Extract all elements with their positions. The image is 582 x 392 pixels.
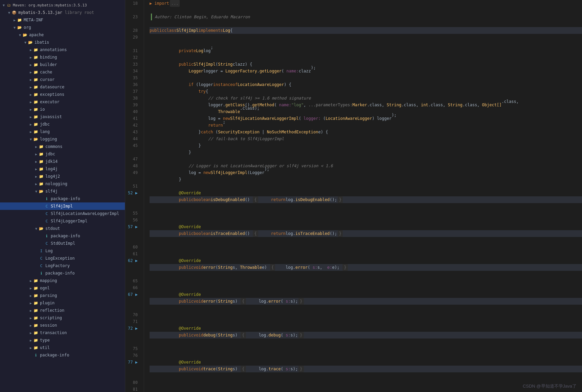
sidebar-item-util[interactable]: ▶ 📁 util <box>0 344 125 351</box>
file-tree[interactable]: ▼ 🗂 Maven: org.mybatis:mybatis:3.5.13 ▼ … <box>0 0 125 392</box>
sidebar-item-exceptions[interactable]: ▶ 📁 exceptions <box>0 91 125 98</box>
folder-icon: 📁 <box>39 182 44 186</box>
item-label: annotations <box>40 47 122 52</box>
code-line <box>150 203 582 210</box>
item-label: Log <box>45 248 122 253</box>
sidebar-item-builder[interactable]: ▶ 📁 builder <box>0 61 125 68</box>
folder-icon: 📁 <box>39 159 44 164</box>
sidebar-item-reflection[interactable]: ▶ 📁 reflection <box>0 307 125 314</box>
jar-label: mybatis-3.5.13.jar library root <box>18 10 122 15</box>
sidebar-item-mapping[interactable]: ▶ 📁 mapping <box>0 277 125 284</box>
folder-icon: 📁 <box>39 174 44 179</box>
sidebar-item-javassist[interactable]: ▶ 📁 javassist <box>0 113 125 121</box>
sidebar-item-annotations[interactable]: ▶ 📁 annotations <box>0 46 125 53</box>
line-num: 43 <box>128 129 140 135</box>
code-line: @Override <box>150 223 582 230</box>
code-line <box>150 284 582 291</box>
sidebar-item-log4j2[interactable]: ▶ 📁 log4j2 <box>0 173 125 180</box>
arrow-icon: ▼ <box>12 26 17 29</box>
sidebar-item-package-info2[interactable]: ℹ package-info <box>0 232 125 240</box>
line-num <box>128 271 140 278</box>
sidebar-item-jdbc2[interactable]: ▶ 📁 jdbc <box>0 150 125 158</box>
sidebar-item-slf4j[interactable]: ▼ 📂 slf4j <box>0 188 125 195</box>
item-label: util <box>40 345 122 350</box>
code-line: } catch (SecurityException | NoSuchMetho… <box>150 129 582 135</box>
item-label: package-info <box>45 271 122 276</box>
sidebar-item-jdk14[interactable]: ▶ 📁 jdk14 <box>0 158 125 165</box>
info-icon: ℹ <box>44 197 49 201</box>
code-line: ▶ import ... <box>150 0 582 7</box>
line-num: 55 <box>128 210 140 217</box>
line-num <box>128 298 140 305</box>
code-line: public class Slf4jImpl implements Log { <box>150 27 582 34</box>
arrow-icon: ▶ <box>28 85 33 89</box>
code-line: public boolean isDebugEnabled() { return… <box>150 196 582 203</box>
folder-icon: 📁 <box>33 130 39 134</box>
sidebar-item-stdout[interactable]: ▼ 📂 stdout <box>0 225 125 232</box>
code-line <box>150 345 582 352</box>
folder-open-icon: 📂 <box>39 189 44 194</box>
folder-icon: 📁 <box>33 331 39 335</box>
sidebar-item-transaction[interactable]: ▶ 📁 transaction <box>0 329 125 336</box>
root-label: Maven: org.mybatis:mybatis:3.5.13 <box>13 3 122 7</box>
item-label: type <box>40 338 122 343</box>
sidebar-item-meta-inf[interactable]: ▶ 📁 META-INF <box>0 16 125 24</box>
tree-jar[interactable]: ▼ 📦 mybatis-3.5.13.jar library root <box>0 9 125 16</box>
sidebar-item-parsing[interactable]: ▶ 📁 parsing <box>0 292 125 299</box>
sidebar-item-logging[interactable]: ▼ 📂 logging <box>0 135 125 143</box>
sidebar-item-slf4jimpl[interactable]: C Slf4jImpl <box>0 202 125 210</box>
sidebar-item-log4j[interactable]: ▶ 📁 log4j <box>0 165 125 173</box>
line-num: 81 <box>128 386 140 392</box>
arrow-icon: ▼ <box>28 137 33 141</box>
sidebar-item-nologging[interactable]: ▶ 📁 nologging <box>0 180 125 188</box>
folder-icon: 📁 <box>33 338 39 343</box>
sidebar-item-plugin[interactable]: ▶ 📁 plugin <box>0 299 125 307</box>
arrow-icon: ▼ <box>18 33 22 37</box>
code-line: private Log log; <box>150 47 582 54</box>
line-num <box>128 339 140 345</box>
sidebar-item-session[interactable]: ▶ 📁 session <box>0 322 125 329</box>
sidebar-item-jdbc[interactable]: ▶ 📁 jdbc <box>0 121 125 128</box>
sidebar-item-package-info4[interactable]: ℹ package-info <box>0 351 125 359</box>
arrow-icon: ▶ <box>28 108 33 111</box>
item-label: jdk14 <box>45 159 122 164</box>
code-line <box>150 237 582 244</box>
line-num: 80 <box>128 379 140 386</box>
sidebar-item-commons[interactable]: ▶ 📁 commons <box>0 143 125 150</box>
sidebar-item-package-info3[interactable]: ℹ package-info <box>0 269 125 277</box>
sidebar-item-cache[interactable]: ▶ 📁 cache <box>0 68 125 76</box>
sidebar-item-ibatis[interactable]: ▼ 📂 ibatis <box>0 39 125 46</box>
item-label: plugin <box>40 301 122 305</box>
sidebar-item-executor[interactable]: ▶ 📁 executor <box>0 98 125 106</box>
sidebar-item-logexception[interactable]: C LogException <box>0 255 125 262</box>
sidebar-item-scripting[interactable]: ▶ 📁 scripting <box>0 314 125 322</box>
sidebar-item-slf4j-location[interactable]: C Slf4jLocationAwareLoggerImpl <box>0 210 125 217</box>
sidebar-item-package-info[interactable]: ℹ package-info <box>0 195 125 202</box>
item-label: package-info <box>40 353 122 357</box>
code-editor[interactable]: 18 23 28 29 31 32 33 34 35 36 37 38 39 4… <box>125 0 582 392</box>
sidebar-item-org[interactable]: ▼ 📂 org <box>0 24 125 31</box>
arrow-icon: ▶ <box>28 123 33 126</box>
item-label: Slf4jLoggerImpl <box>51 219 122 223</box>
sidebar-item-log[interactable]: I Log <box>0 247 125 255</box>
sidebar-item-binding[interactable]: ▶ 📁 binding <box>0 53 125 61</box>
sidebar-item-stdoutimpl[interactable]: C StdOutImpl <box>0 240 125 247</box>
code-line: } <box>150 142 582 149</box>
arrow-icon: ▶ <box>28 56 33 59</box>
sidebar-item-slf4j-logger[interactable]: C Slf4jLoggerImpl <box>0 217 125 225</box>
sidebar-item-ognl[interactable]: ▶ 📁 ognl <box>0 284 125 292</box>
sidebar-item-logfactory[interactable]: C LogFactory <box>0 262 125 269</box>
sidebar-item-io[interactable]: ▶ 📁 io <box>0 106 125 113</box>
arrow-icon: ▶ <box>28 324 33 327</box>
arrow-icon: ▶ <box>28 78 33 82</box>
tree-root[interactable]: ▼ 🗂 Maven: org.mybatis:mybatis:3.5.13 <box>0 1 125 9</box>
code-line: return; <box>150 122 582 129</box>
code-line: public Slf4jImpl(String clazz) { <box>150 61 582 68</box>
sidebar-item-apache[interactable]: ▼ 📂 apache <box>0 31 125 39</box>
sidebar-item-cursor[interactable]: ▶ 📁 cursor <box>0 76 125 83</box>
sidebar-item-type[interactable]: ▶ 📁 type <box>0 336 125 344</box>
item-label: package-info <box>51 196 122 201</box>
line-num: 75 <box>128 345 140 352</box>
sidebar-item-lang[interactable]: ▶ 📁 lang <box>0 128 125 135</box>
sidebar-item-datasource[interactable]: ▶ 📁 datasource <box>0 83 125 91</box>
